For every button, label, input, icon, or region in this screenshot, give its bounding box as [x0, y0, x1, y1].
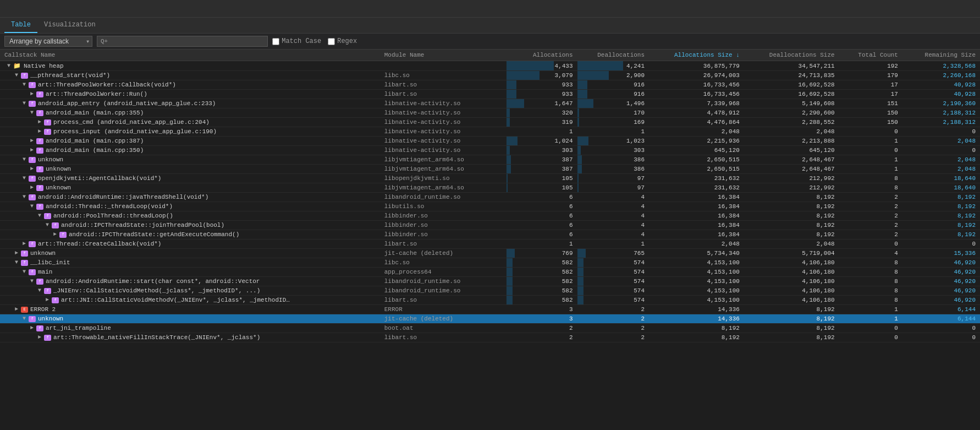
- table-row[interactable]: ► f process_input (android_native_app_gl…: [0, 127, 980, 137]
- expand-button[interactable]: ▼: [5, 63, 12, 69]
- error-icon: E: [21, 307, 28, 313]
- expand-button[interactable]: ►: [36, 334, 43, 341]
- module-cell: libnative-activity.so: [380, 108, 507, 118]
- remaining-size-cell: 8,192: [902, 230, 980, 240]
- table-row[interactable]: ▼ f android_app_entry (android_native_ap…: [0, 99, 980, 108]
- expand-button[interactable]: ▼: [36, 213, 43, 219]
- table-row[interactable]: ▼ f android::AndroidRuntime::javaThreadS…: [0, 193, 980, 202]
- callstack-cell: ▼ f _JNIEnv::CallStaticVoidMethod(_jclas…: [0, 286, 380, 296]
- module-cell: libjvmtiagent_arm64.so: [380, 183, 507, 193]
- expand-button[interactable]: ▼: [13, 259, 20, 266]
- expand-button[interactable]: ▼: [21, 315, 27, 322]
- col-alloc-size[interactable]: Allocations Size ↓: [649, 50, 744, 61]
- table-row[interactable]: ▼ f android::AndroidRuntime::start(char …: [0, 277, 980, 286]
- table-row[interactable]: ► f art::Thread::CreateCallback(void*) l…: [0, 240, 980, 249]
- expand-button[interactable]: ▼: [21, 100, 27, 107]
- table-row[interactable]: ► f android_main (main.cpp:350) libnativ…: [0, 146, 980, 155]
- col-total-count[interactable]: Total Count: [839, 50, 902, 61]
- alloc-cell: 320: [506, 108, 577, 118]
- expand-button[interactable]: ▼: [44, 222, 51, 228]
- tab-visualization[interactable]: Visualization: [37, 18, 102, 33]
- alloc-cell: 319: [506, 118, 577, 127]
- table-row[interactable]: ► f art::JNI::CallStaticVoidMethodV(_JNI…: [0, 296, 980, 305]
- col-allocations[interactable]: Allocations: [506, 50, 577, 61]
- expand-button[interactable]: ▼: [29, 203, 35, 210]
- total-count-cell: 2: [839, 221, 902, 230]
- table-row[interactable]: ► f art::ThreadPoolWorker::Run() libart.…: [0, 90, 980, 99]
- alloc-size-cell: 16,384: [649, 202, 744, 211]
- regex-label[interactable]: Regex: [328, 37, 357, 45]
- expand-button[interactable]: ►: [52, 231, 58, 238]
- expand-button[interactable]: ▼: [21, 156, 27, 163]
- table-row[interactable]: ▼ f __libc_init libc.so 582 574 4,153,10…: [0, 258, 980, 268]
- table-row[interactable]: ▼ f art::ThreadPoolWorker::Callback(void…: [0, 80, 980, 90]
- regex-checkbox[interactable]: [328, 38, 335, 45]
- expand-button[interactable]: ▼: [29, 110, 35, 116]
- expand-button[interactable]: ▼: [21, 269, 27, 275]
- expand-button[interactable]: ▼: [21, 175, 27, 182]
- callstack-cell: ▼ f android::PoolThread::threadLoop(): [0, 211, 380, 221]
- alloc-size-cell: 4,153,100: [649, 268, 744, 277]
- expand-button[interactable]: ►: [21, 241, 27, 247]
- table-row[interactable]: ▼ f android::Thread::_threadLoop(void*) …: [0, 202, 980, 211]
- table-row[interactable]: ▼ f android::IPCThreadState::joinThreadP…: [0, 221, 980, 230]
- expand-button[interactable]: ▼: [29, 278, 35, 285]
- table-row[interactable]: ► f unknown libjvmtiagent_arm64.so 387 3…: [0, 165, 980, 174]
- total-count-cell: 0: [839, 127, 902, 137]
- tabs-bar: Table Visualization: [0, 18, 980, 34]
- table-row[interactable]: ▼ f openjdkjvmti::AgentCallback(void*) l…: [0, 174, 980, 183]
- col-module[interactable]: Module Name: [380, 50, 507, 61]
- module-cell: libopenjdkjvmti.so: [380, 174, 507, 183]
- total-count-cell: 2: [839, 230, 902, 240]
- dealloc-size-cell: 212,992: [744, 183, 839, 193]
- callstack-cell: ► f unknown: [0, 165, 380, 174]
- table-row[interactable]: ▼ f android_main (main.cpp:355) libnativ…: [0, 108, 980, 118]
- table-row[interactable]: ▼ f _JNIEnv::CallStaticVoidMethod(_jclas…: [0, 286, 980, 296]
- dealloc-cell: 1,496: [577, 99, 649, 108]
- table-row[interactable]: ► f unknown libjvmtiagent_arm64.so 105 9…: [0, 183, 980, 193]
- expand-button[interactable]: ►: [29, 184, 35, 191]
- table-row[interactable]: ► f android::IPCThreadState::getAndExecu…: [0, 230, 980, 240]
- table-row[interactable]: ▼ f __pthread_start(void*) libc.so 3,079…: [0, 71, 980, 80]
- table-row[interactable]: ▼ f main app_process64 582 574 4,153,100…: [0, 268, 980, 277]
- table-row[interactable]: ► f unknown jit-cache (deleted) 769 765 …: [0, 249, 980, 258]
- table-row[interactable]: ► E ERROR 2 ERROR 3 2 14,336 8,192 1 6,1…: [0, 305, 980, 314]
- expand-button[interactable]: ►: [36, 128, 43, 135]
- expand-button[interactable]: ▼: [36, 287, 43, 294]
- callstack-name: art::ThreadPoolWorker::Callback(void*): [38, 81, 176, 88]
- table-row[interactable]: ▼ f android::PoolThread::threadLoop() li…: [0, 211, 980, 221]
- table-row[interactable]: ► f android_main (main.cpp:387) libnativ…: [0, 137, 980, 146]
- expand-button[interactable]: ▼: [21, 194, 27, 200]
- col-dealloc-size[interactable]: Deallocations Size: [744, 50, 839, 61]
- expand-button[interactable]: ▼: [21, 81, 27, 88]
- table-row[interactable]: ▼ f unknown jit-cache (deleted) 3 2 14,3…: [0, 314, 980, 324]
- search-input[interactable]: [110, 37, 264, 45]
- callstack-cell: ▼ f unknown: [0, 155, 380, 165]
- table-row[interactable]: ▼ f unknown libjvmtiagent_arm64.so 387 3…: [0, 155, 980, 165]
- callstack-name: art_jni_trampoline: [46, 325, 111, 331]
- expand-button[interactable]: ►: [13, 306, 20, 313]
- match-case-label[interactable]: Match Case: [272, 37, 321, 45]
- col-deallocations[interactable]: Deallocations: [577, 50, 649, 61]
- arrange-select[interactable]: Arrange by callstack: [4, 36, 92, 47]
- col-remaining-size[interactable]: Remaining Size: [902, 50, 980, 61]
- expand-button[interactable]: ►: [29, 138, 35, 144]
- match-case-checkbox[interactable]: [272, 38, 279, 45]
- table-row[interactable]: ► f art::Throwable_nativeFillInStackTrac…: [0, 333, 980, 342]
- callstack-cell: ► f android::IPCThreadState::getAndExecu…: [0, 230, 380, 240]
- expand-button[interactable]: ►: [36, 119, 43, 126]
- expand-button[interactable]: ►: [44, 297, 51, 303]
- expand-button[interactable]: ►: [29, 91, 35, 97]
- table-row[interactable]: ► f art_jni_trampoline boot.oat 2 2 8,19…: [0, 324, 980, 333]
- expand-button[interactable]: ►: [29, 166, 35, 172]
- table-row[interactable]: ► f process_cmd (android_native_app_glue…: [0, 118, 980, 127]
- func-icon: f: [36, 148, 43, 154]
- callstack-cell: ► f process_input (android_native_app_gl…: [0, 127, 380, 137]
- expand-button[interactable]: ▼: [13, 72, 20, 79]
- table-row[interactable]: ▼ 📁 Native heap 4,433 4,241 36,875,779 3…: [0, 61, 980, 71]
- expand-button[interactable]: ►: [13, 250, 20, 257]
- col-callstack[interactable]: Callstack Name: [0, 50, 380, 61]
- expand-button[interactable]: ►: [29, 325, 35, 331]
- expand-button[interactable]: ►: [29, 147, 35, 154]
- tab-table[interactable]: Table: [4, 18, 37, 33]
